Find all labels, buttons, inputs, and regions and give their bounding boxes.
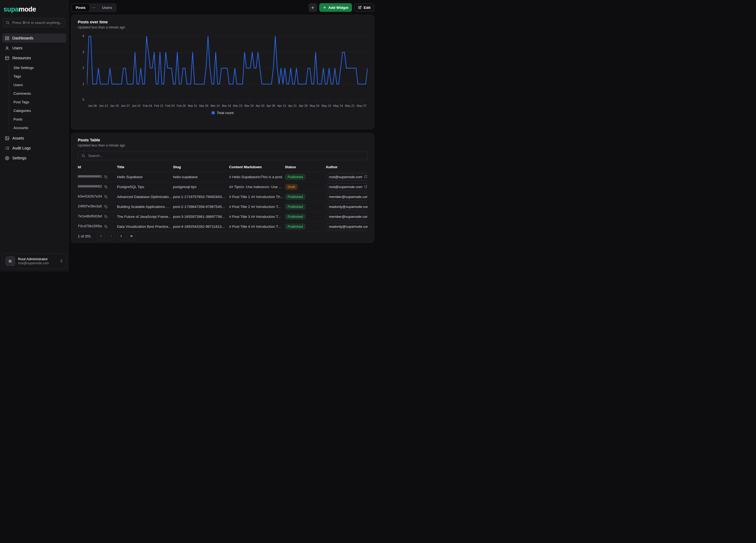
x-tick-label: Jan 27 <box>121 104 130 107</box>
sidebar-subitem-users[interactable]: Users <box>9 80 66 89</box>
table-updated-text: Updated less than a minute ago <box>78 144 368 147</box>
add-widget-label: Add Widget <box>328 6 348 10</box>
dashboard-tabs: Posts ⋯ Users <box>71 3 117 12</box>
sidebar: supamode Dashboards Users Resources Site… <box>0 0 69 271</box>
status-badge: Published <box>285 194 306 200</box>
next-page-button[interactable] <box>117 232 125 240</box>
cell-content-markdown: # Hello Supabase\nThis is a post. <box>229 175 285 179</box>
pagination-label: 1 of 201 <box>78 234 91 238</box>
x-tick-label: Jan 06 <box>88 104 97 107</box>
author-link[interactable]: member@supamode.com <box>326 213 368 220</box>
sidebar-item-users[interactable]: Users <box>2 43 66 53</box>
topbar-actions: Add Widget Edit <box>309 3 374 12</box>
sidebar-subitem-comments[interactable]: Comments <box>9 89 66 98</box>
sidebar-nav: Dashboards Users Resources Site Settings… <box>0 27 68 163</box>
image-icon <box>5 136 9 141</box>
x-tick-label: Mar 01 <box>188 104 197 107</box>
cell-slug: post-2-1739647358-97867545... <box>173 205 229 209</box>
column-header-status[interactable]: Status <box>285 165 326 169</box>
edit-button[interactable]: Edit <box>354 3 375 12</box>
x-tick-label: Jan 18 <box>110 104 119 107</box>
add-tab-button[interactable] <box>309 3 317 12</box>
table-row[interactable]: 000000000002PostgreSQL Tipspostgresql-ti… <box>78 182 368 192</box>
column-header-slug[interactable]: Slug <box>173 165 229 169</box>
copy-icon[interactable] <box>104 175 108 179</box>
author-email: readonly@supamode.com <box>329 225 368 229</box>
chart-x-axis: Jan 06Jan 13Jan 18Jan 27Jan 31Feb 04Feb … <box>87 104 368 107</box>
author-link[interactable]: readonly@supamode.com <box>326 203 368 210</box>
author-link[interactable]: readonly@supamode.com <box>326 223 368 230</box>
copy-icon[interactable] <box>104 225 108 228</box>
column-header-content[interactable]: Content Markdown <box>229 165 285 169</box>
x-tick-label: Feb 20 <box>165 104 174 107</box>
sidebar-subitem-posts[interactable]: Posts <box>9 115 66 123</box>
sidebar-subitem-site-settings[interactable]: Site Settings <box>9 63 66 72</box>
column-header-id[interactable]: Id <box>78 165 117 169</box>
table-row[interactable]: b3e41b2b7a34Advanced Database Optimizati… <box>78 192 368 202</box>
account-menu[interactable]: R Root Administrator root@supamode.com <box>2 253 66 269</box>
panels-icon <box>5 56 9 60</box>
y-tick-label: 0 <box>82 98 84 102</box>
status-badge: Published <box>285 174 306 180</box>
copy-icon[interactable] <box>104 195 108 199</box>
author-link[interactable]: root@supamode.com <box>326 183 368 190</box>
sidebar-item-assets[interactable]: Assets <box>2 134 66 143</box>
tab-posts[interactable]: Posts <box>72 4 89 11</box>
sidebar-item-label: Users <box>12 46 23 50</box>
x-tick-label: Apr 21 <box>288 104 297 107</box>
status-badge: Draft <box>285 184 298 190</box>
global-search[interactable] <box>3 18 66 27</box>
author-email: readonly@supamode.com <box>329 205 368 209</box>
sidebar-subitem-tags[interactable]: Tags <box>9 72 66 80</box>
table-row[interactable]: 7e1edbd5d1bdThe Future of JavaScript Fra… <box>78 212 368 222</box>
global-search-input[interactable] <box>12 20 63 25</box>
topbar: Posts ⋯ Users Add Widget Edit <box>71 2 374 13</box>
cell-id: 000000000002 <box>78 185 117 189</box>
tab-users[interactable]: Users <box>98 4 116 11</box>
copy-icon[interactable] <box>104 185 108 189</box>
table-row[interactable]: 2405fe36e3a5Building Scalable Applicatio… <box>78 202 368 212</box>
author-link[interactable]: member@supamode.com <box>326 193 368 200</box>
last-page-button[interactable] <box>127 232 135 240</box>
table-search-input[interactable] <box>88 153 364 158</box>
plus-icon <box>323 6 326 9</box>
account-name: Root Administrator <box>18 257 57 261</box>
copy-icon[interactable] <box>104 205 108 208</box>
sidebar-item-settings[interactable]: Settings <box>2 153 66 163</box>
x-tick-label: Feb 26 <box>177 104 186 107</box>
cell-content-markdown: # Post Title 2 ## Introduction T... <box>229 205 285 209</box>
pagination-buttons <box>97 232 135 240</box>
x-tick-label: Mar 19 <box>222 104 231 107</box>
table-row[interactable]: f3cd75b1505aData Visualization Best Prac… <box>78 222 368 232</box>
copy-icon[interactable] <box>104 215 108 218</box>
cell-slug: post-1-1719757853-79492843... <box>173 195 229 199</box>
cell-slug: hello-supabase <box>173 175 229 179</box>
sidebar-subitem-post-tags[interactable]: Post Tags <box>9 98 66 106</box>
sidebar-item-dashboards[interactable]: Dashboards <box>2 34 66 43</box>
author-email: member@supamode.com <box>329 215 368 219</box>
x-tick-label: Jan 13 <box>99 104 108 107</box>
previous-page-button[interactable] <box>107 232 115 240</box>
sidebar-item-label: Dashboards <box>12 36 33 40</box>
tab-menu-button[interactable]: ⋯ <box>90 5 98 10</box>
edit-label: Edit <box>364 6 371 10</box>
sidebar-subitem-categories[interactable]: Categories <box>9 106 66 115</box>
pagination: 1 of 201 <box>78 232 368 241</box>
cell-status: Published <box>285 204 326 210</box>
chart-updated-text: Updated less than a minute ago <box>78 25 368 29</box>
x-tick-label: Apr 08 <box>266 104 275 107</box>
logo-part-secondary: mode <box>19 5 36 13</box>
sidebar-subitem-accounts[interactable]: Accounts <box>9 123 66 132</box>
author-link[interactable]: root@supamode.com <box>326 173 368 181</box>
status-badge: Published <box>285 214 306 220</box>
sidebar-item-resources[interactable]: Resources <box>2 53 66 63</box>
column-header-author[interactable]: Author <box>326 165 368 169</box>
column-header-title[interactable]: Title <box>117 165 173 169</box>
chevron-right-icon <box>119 234 123 238</box>
add-widget-button[interactable]: Add Widget <box>319 3 352 12</box>
sidebar-item-audit-logs[interactable]: Audit Logs <box>2 144 66 153</box>
table-row[interactable]: 000000000001Hello Supabasehello-supabase… <box>78 172 368 182</box>
external-link-icon <box>364 175 367 178</box>
first-page-button[interactable] <box>97 232 105 240</box>
table-search[interactable] <box>78 151 368 160</box>
